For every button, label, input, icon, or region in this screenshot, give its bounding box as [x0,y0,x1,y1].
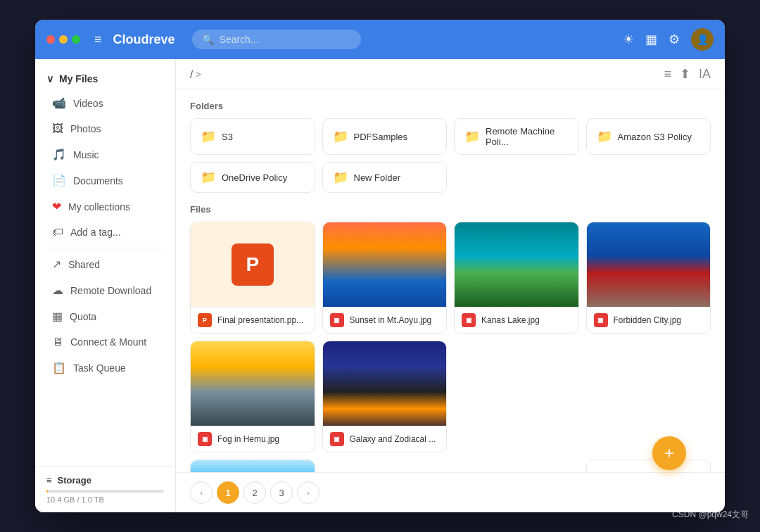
file-preview [455,222,578,307]
minimize-button[interactable] [59,35,68,44]
share-icon: ↗ [52,258,61,271]
theme-icon[interactable]: ☀ [623,32,634,47]
file-type-badge: ▣ [594,313,608,327]
breadcrumb: / > [190,68,658,80]
storage-header: ≡ Storage [46,475,164,486]
plus-icon: + [664,443,674,463]
sidebar-divider [46,248,164,248]
file-card-lake[interactable]: ▣ Kanas Lake.jpg [454,222,579,334]
sidebar-item-documents[interactable]: 📄 Documents [35,167,175,194]
sidebar-item-label: Documents [73,175,123,186]
traffic-lights [46,35,80,44]
sidebar-item-remote-download[interactable]: ☁ Remote Download [35,277,175,303]
sidebar-item-shared[interactable]: ↗ Shared [35,251,175,277]
sidebar-item-label: Photos [70,123,101,134]
folder-icon: 📁 [201,170,216,185]
fab-add-button[interactable]: + [652,436,686,470]
sidebar: ∨ My Files 📹 Videos 🖼 Photos 🎵 Music 📄 [35,59,176,512]
sort-icon[interactable]: IA [699,67,711,82]
page-number: 1 [225,488,230,498]
storage-label: Storage [58,475,91,486]
page-2-button[interactable]: 2 [243,481,266,504]
folder-new[interactable]: 📁 New Folder [322,162,448,193]
folder-remote-machine[interactable]: 📁 Remote Machine Poli... [454,118,579,155]
mountain-image [191,460,315,472]
sidebar-item-label: Shared [68,259,100,270]
folder-pdfsamples[interactable]: 📁 PDFSamples [322,118,448,155]
my-files-header[interactable]: ∨ My Files [35,68,175,90]
folder-icon: 📁 [333,129,348,144]
file-footer: ▣ Fog in Hemu.jpg [191,426,315,452]
files-section-title: Files [190,204,711,215]
list-view-icon[interactable]: ≡ [664,67,671,82]
file-name: Sunset in Mt.Aoyu.jpg [350,315,432,325]
file-type-badge: P [198,313,212,327]
content-actions: ≡ ⬆ IA [664,66,711,82]
file-card-go[interactable]: → GO go go sample code.go... [586,460,711,472]
maximize-button[interactable] [72,35,80,44]
next-page-button[interactable]: › [297,481,319,504]
upload-icon[interactable]: ⬆ [680,66,690,82]
sidebar-item-tags[interactable]: 🏷 Add a tag... [35,220,175,245]
page-number: 3 [279,488,284,498]
storage-icon: ≡ [46,475,52,486]
storage-section: ≡ Storage 10.4 GB / 1.0 TB [35,466,175,512]
folder-s3[interactable]: 📁 S3 [190,118,315,155]
sidebar-item-photos[interactable]: 🖼 Photos [35,116,175,141]
search-input[interactable] [220,34,351,45]
sidebar-item-music[interactable]: 🎵 Music [35,141,175,167]
file-preview [191,341,315,426]
file-preview [587,222,711,307]
quota-icon: ▦ [52,310,63,323]
lake-image [455,222,578,307]
file-footer: ▣ Kanas Lake.jpg [455,307,578,333]
folder-onedrive[interactable]: 📁 OneDrive Policy [190,162,315,193]
titlebar-right: ☀ ▦ ⚙ 👤 [623,28,714,51]
menu-icon[interactable]: ≡ [94,32,102,47]
file-name: Forbidden City.jpg [614,315,682,325]
folder-amazon-s3[interactable]: 📁 Amazon S3 Policy [586,118,711,155]
sidebar-item-quota[interactable]: ▦ Quota [35,303,175,329]
close-button[interactable] [46,35,55,44]
connect-icon: 🖥 [52,336,63,348]
settings-icon[interactable]: ⚙ [669,32,680,47]
file-card-galaxy[interactable]: ▣ Galaxy and Zodiacal ... [322,341,448,452]
file-card-sunset[interactable]: ▣ Sunset in Mt.Aoyu.jpg [322,222,448,334]
grid-view-icon[interactable]: ▦ [645,32,657,47]
content-scroll: Folders 📁 S3 📁 PDFSamples 📁 Remote Machi… [176,89,725,472]
go-preview: → GO [587,460,711,472]
next-arrow-icon: › [307,488,310,497]
file-card-ppt[interactable]: P P Final presentation.pp... [190,222,315,334]
folders-grid: 📁 S3 📁 PDFSamples 📁 Remote Machine Poli.… [190,118,711,193]
file-type-badge: ▣ [462,313,476,327]
sidebar-item-videos[interactable]: 📹 Videos [35,90,175,116]
fog-image [191,341,315,426]
file-footer: ▣ Sunset in Mt.Aoyu.jpg [323,307,447,333]
file-card-forbidden[interactable]: ▣ Forbidden City.jpg [586,222,711,334]
file-preview [191,460,315,472]
sidebar-item-label: Videos [73,98,103,109]
file-type-badge: ▣ [330,313,344,327]
file-preview [323,341,447,426]
ppt-icon: P [232,243,274,286]
sidebar-item-connect-mount[interactable]: 🖥 Connect & Mount [35,329,175,355]
forbidden-city-image [587,222,711,307]
photos-icon: 🖼 [52,122,63,135]
file-name: Galaxy and Zodiacal ... [350,434,436,444]
file-card-mountain[interactable] [190,460,315,472]
storage-text: 10.4 GB / 1.0 TB [46,495,164,504]
file-card-fog[interactable]: ▣ Fog in Hemu.jpg [190,341,315,452]
avatar[interactable]: 👤 [691,28,714,51]
prev-page-button[interactable]: ‹ [190,481,213,504]
pagination: ‹ 1 2 3 › [176,472,725,512]
tag-icon: 🏷 [52,226,63,239]
sidebar-item-collections[interactable]: ❤ My collections [35,194,175,220]
file-name: Final presentation.pp... [217,315,303,325]
folder-icon: 📁 [464,129,480,144]
file-footer: ▣ Forbidden City.jpg [587,307,711,333]
sidebar-item-label: Quota [70,311,96,322]
task-icon: 📋 [52,361,66,374]
sidebar-item-task-queue[interactable]: 📋 Task Queue [35,355,175,381]
page-1-button[interactable]: 1 [217,481,239,504]
page-3-button[interactable]: 3 [270,481,293,504]
